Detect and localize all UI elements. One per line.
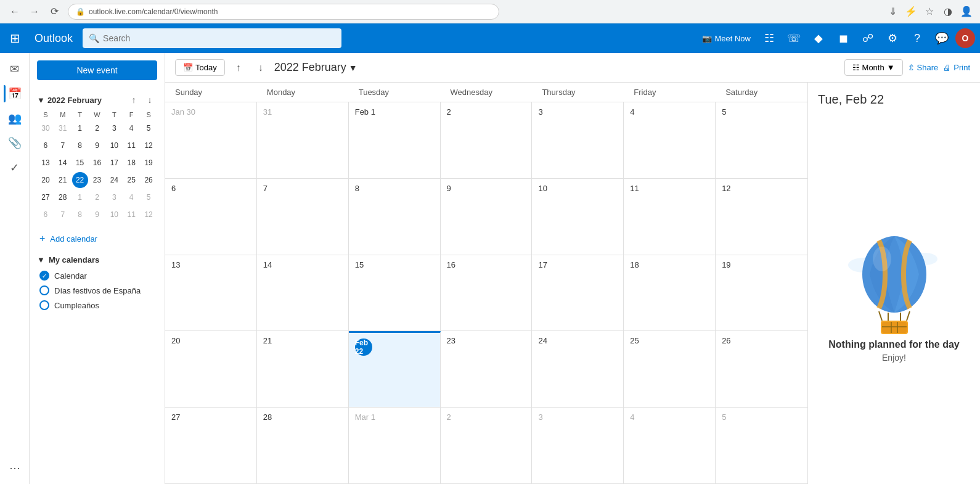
calendar-checkbox-cumpleanos[interactable] (39, 300, 49, 310)
puzzle-icon[interactable]: ◑ (941, 4, 955, 19)
mini-cal-day[interactable]: 1 (72, 189, 88, 205)
cal-cell[interactable]: Jan 30 (165, 102, 257, 178)
mini-cal-day[interactable]: 5 (141, 120, 157, 136)
avatar[interactable]: O (955, 28, 975, 48)
mini-cal-title[interactable]: ▼ 2022 February (37, 96, 102, 105)
apps-icon-button[interactable]: ☷ (758, 27, 780, 49)
cal-cell[interactable]: 3 (532, 102, 624, 178)
view-selector-button[interactable]: ☷ Month ▼ (844, 59, 903, 76)
mini-cal-day[interactable]: 24 (106, 172, 122, 188)
bookmark-icon[interactable]: ☆ (922, 4, 937, 19)
mini-cal-day[interactable]: 2 (89, 189, 105, 205)
mini-cal-day[interactable]: 3 (106, 120, 122, 136)
mini-cal-day[interactable]: 8 (72, 137, 88, 154)
forward-button[interactable]: → (26, 3, 43, 20)
mini-cal-today[interactable]: 22 (72, 172, 88, 188)
mini-cal-day[interactable]: 9 (89, 207, 105, 223)
sidebar-item-tasks[interactable]: ✓ (4, 157, 26, 179)
mini-cal-day[interactable]: 11 (123, 137, 139, 154)
add-calendar-button[interactable]: + Add calendar (30, 228, 165, 249)
cal-cell[interactable]: 17 (532, 255, 624, 331)
cal-cell[interactable]: Feb 1 (349, 102, 441, 178)
cal-cell[interactable]: 26 (716, 331, 807, 407)
settings-icon-button[interactable]: ⚙ (881, 27, 904, 49)
mini-cal-day[interactable]: 15 (72, 155, 88, 171)
cal-cell[interactable]: 3 (532, 408, 624, 483)
mini-cal-day[interactable]: 19 (141, 155, 157, 171)
cal-next-button[interactable]: ↓ (252, 59, 269, 76)
mini-cal-prev-button[interactable]: ↑ (126, 92, 141, 107)
share-button[interactable]: ⇬ Share (908, 63, 939, 72)
mini-cal-day[interactable]: 2 (89, 120, 105, 136)
meet-now-button[interactable]: 📷 Meet Now (697, 31, 756, 46)
mini-cal-day[interactable]: 14 (55, 155, 71, 171)
cal-cell[interactable]: 5 (716, 408, 807, 483)
cal-cell[interactable]: 4 (624, 408, 716, 483)
cal-cell[interactable]: 18 (624, 255, 716, 331)
mini-cal-day[interactable]: 5 (141, 189, 157, 205)
mini-cal-day[interactable]: 21 (55, 172, 71, 188)
mini-cal-day[interactable]: 10 (106, 207, 122, 223)
mini-cal-day[interactable]: 25 (123, 172, 139, 188)
profile-icon[interactable]: 👤 (959, 4, 974, 19)
mini-cal-day[interactable]: 12 (141, 137, 157, 154)
feedback-icon-button[interactable]: 💬 (931, 27, 953, 49)
cal-cell[interactable]: 16 (441, 255, 533, 331)
mini-cal-day[interactable]: 18 (123, 155, 139, 171)
cal-cell[interactable]: 20 (165, 331, 257, 407)
translate-icon-button[interactable]: ☍ (857, 27, 879, 49)
calendar-item-cumpleanos[interactable]: Cumpleaños (30, 298, 165, 313)
calendar-checkbox-calendar[interactable] (39, 271, 49, 281)
word-icon-button[interactable]: ◼ (832, 27, 854, 49)
mini-cal-day[interactable]: 11 (123, 207, 139, 223)
mini-cal-day[interactable]: 31 (55, 120, 71, 136)
cal-cell[interactable]: 27 (165, 408, 257, 483)
mini-cal-day[interactable]: 1 (72, 120, 88, 136)
cal-cell[interactable]: 12 (716, 179, 807, 255)
cal-cell[interactable]: 2 (441, 408, 533, 483)
cal-prev-button[interactable]: ↑ (230, 59, 247, 76)
search-input[interactable] (103, 33, 335, 43)
help-icon-button[interactable]: ? (906, 27, 928, 49)
mini-cal-day[interactable]: 9 (89, 137, 105, 154)
bing-icon-button[interactable]: ◆ (807, 27, 830, 49)
mini-cal-day[interactable]: 23 (89, 172, 105, 188)
cal-month-title[interactable]: 2022 February ▼ (274, 61, 357, 74)
cal-cell[interactable]: 15 (349, 255, 441, 331)
new-event-button[interactable]: New event (37, 60, 157, 80)
cal-cell[interactable]: 5 (716, 102, 807, 178)
mini-cal-day[interactable]: 12 (141, 207, 157, 223)
sidebar-item-more[interactable]: ⋯ (4, 457, 26, 479)
calendar-item-festivos[interactable]: Días festivos de España (30, 283, 165, 298)
mini-cal-day[interactable]: 27 (38, 189, 54, 205)
cal-cell[interactable]: 31 (257, 102, 349, 178)
search-box[interactable]: 🔍 (83, 28, 341, 48)
cal-cell[interactable]: 6 (165, 179, 257, 255)
sidebar-item-files[interactable]: 📎 (4, 132, 26, 154)
cal-cell[interactable]: 28 (257, 408, 349, 483)
download-icon[interactable]: ⇓ (885, 4, 900, 19)
cal-cell[interactable]: 25 (624, 331, 716, 407)
cal-cell[interactable]: 11 (624, 179, 716, 255)
sidebar-item-calendar[interactable]: 📅 (4, 83, 26, 105)
address-bar[interactable]: 🔒 outlook.live.com/calendar/0/view/month (68, 4, 499, 20)
cal-cell[interactable]: 21 (257, 331, 349, 407)
mini-cal-day[interactable]: 20 (38, 172, 54, 188)
mini-cal-day[interactable]: 4 (123, 189, 139, 205)
mini-cal-day[interactable]: 3 (106, 189, 122, 205)
skype-icon-button[interactable]: ☏ (783, 27, 805, 49)
print-button[interactable]: 🖨 Print (943, 63, 970, 72)
mini-cal-day[interactable]: 7 (55, 207, 71, 223)
waffle-menu-button[interactable]: ⊞ (5, 28, 25, 48)
sidebar-item-people[interactable]: 👥 (4, 107, 26, 129)
cal-cell[interactable]: 4 (624, 102, 716, 178)
calendar-checkbox-festivos[interactable] (39, 285, 49, 295)
cal-cell[interactable]: 19 (716, 255, 807, 331)
cal-cell[interactable]: 24 (532, 331, 624, 407)
cal-cell[interactable]: Mar 1 (349, 408, 441, 483)
refresh-button[interactable]: ⟳ (46, 3, 63, 20)
mini-cal-day[interactable]: 28 (55, 189, 71, 205)
cal-cell[interactable]: 9 (441, 179, 533, 255)
cal-cell[interactable]: 14 (257, 255, 349, 331)
cal-cell[interactable]: 2 (441, 102, 533, 178)
